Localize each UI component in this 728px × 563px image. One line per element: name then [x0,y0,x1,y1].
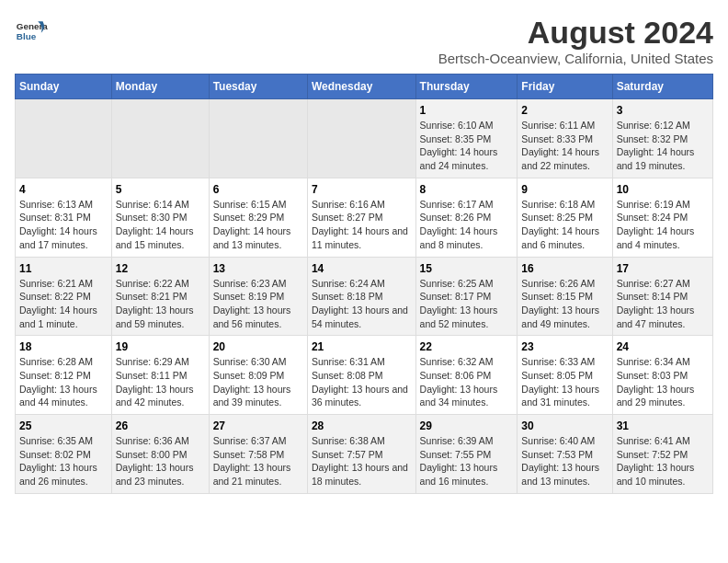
day-number: 8 [420,183,514,196]
day-number: 4 [19,183,108,196]
calendar-cell: 22Sunrise: 6:32 AMSunset: 8:06 PMDayligh… [415,336,518,415]
day-header-saturday: Saturday [612,75,712,99]
calendar-cell: 24Sunrise: 6:34 AMSunset: 8:03 PMDayligh… [612,336,712,415]
svg-text:Blue: Blue [17,31,37,41]
day-info: Sunrise: 6:15 AMSunset: 8:29 PMDaylight:… [213,198,303,252]
calendar-cell: 11Sunrise: 6:21 AMSunset: 8:22 PMDayligh… [16,257,112,336]
day-number: 20 [213,340,303,353]
logo-icon: General Blue [15,15,48,48]
calendar-cell: 8Sunrise: 6:17 AMSunset: 8:26 PMDaylight… [415,178,518,257]
logo: General Blue [15,15,48,48]
day-number: 22 [420,340,514,353]
day-info: Sunrise: 6:28 AMSunset: 8:12 PMDaylight:… [19,355,108,409]
calendar-cell: 20Sunrise: 6:30 AMSunset: 8:09 PMDayligh… [209,336,307,415]
calendar-cell [16,99,112,178]
day-number: 16 [521,262,608,275]
page-header: General Blue August 2024 Bertsch-Oceanvi… [15,15,713,66]
day-number: 21 [312,340,412,353]
day-header-friday: Friday [518,75,612,99]
day-number: 29 [420,419,514,432]
day-info: Sunrise: 6:35 AMSunset: 8:02 PMDaylight:… [19,434,108,488]
day-info: Sunrise: 6:24 AMSunset: 8:18 PMDaylight:… [312,277,412,331]
day-number: 10 [617,183,709,196]
day-info: Sunrise: 6:17 AMSunset: 8:26 PMDaylight:… [420,198,514,252]
day-info: Sunrise: 6:36 AMSunset: 8:00 PMDaylight:… [116,434,205,488]
calendar-cell [111,99,209,178]
calendar-cell: 14Sunrise: 6:24 AMSunset: 8:18 PMDayligh… [307,257,415,336]
calendar-cell: 18Sunrise: 6:28 AMSunset: 8:12 PMDayligh… [16,336,112,415]
day-number: 5 [116,183,205,196]
day-header-tuesday: Tuesday [209,75,307,99]
day-info: Sunrise: 6:32 AMSunset: 8:06 PMDaylight:… [420,355,514,409]
day-info: Sunrise: 6:21 AMSunset: 8:22 PMDaylight:… [19,277,108,331]
day-info: Sunrise: 6:19 AMSunset: 8:24 PMDaylight:… [617,198,709,252]
day-info: Sunrise: 6:18 AMSunset: 8:25 PMDaylight:… [521,198,608,252]
calendar-cell: 16Sunrise: 6:26 AMSunset: 8:15 PMDayligh… [518,257,612,336]
day-number: 18 [19,340,108,353]
day-number: 2 [521,104,608,117]
day-info: Sunrise: 6:11 AMSunset: 8:33 PMDaylight:… [521,119,608,173]
day-number: 9 [521,183,608,196]
calendar-cell: 25Sunrise: 6:35 AMSunset: 8:02 PMDayligh… [16,415,112,494]
day-header-thursday: Thursday [415,75,518,99]
day-info: Sunrise: 6:25 AMSunset: 8:17 PMDaylight:… [420,277,514,331]
day-number: 28 [312,419,412,432]
day-number: 31 [617,419,709,432]
day-info: Sunrise: 6:10 AMSunset: 8:35 PMDaylight:… [420,119,514,173]
day-info: Sunrise: 6:16 AMSunset: 8:27 PMDaylight:… [312,198,412,252]
day-info: Sunrise: 6:31 AMSunset: 8:08 PMDaylight:… [312,355,412,409]
day-number: 19 [116,340,205,353]
day-number: 7 [312,183,412,196]
subtitle: Bertsch-Oceanview, California, United St… [438,51,713,66]
day-number: 6 [213,183,303,196]
day-info: Sunrise: 6:30 AMSunset: 8:09 PMDaylight:… [213,355,303,409]
day-info: Sunrise: 6:27 AMSunset: 8:14 PMDaylight:… [617,277,709,331]
day-number: 26 [116,419,205,432]
day-number: 30 [521,419,608,432]
day-info: Sunrise: 6:38 AMSunset: 7:57 PMDaylight:… [312,434,412,488]
day-number: 1 [420,104,514,117]
title-area: August 2024 Bertsch-Oceanview, Californi… [438,15,713,66]
calendar-cell: 12Sunrise: 6:22 AMSunset: 8:21 PMDayligh… [111,257,209,336]
calendar-cell: 6Sunrise: 6:15 AMSunset: 8:29 PMDaylight… [209,178,307,257]
day-number: 23 [521,340,608,353]
day-info: Sunrise: 6:39 AMSunset: 7:55 PMDaylight:… [420,434,514,488]
calendar-week-1: 1Sunrise: 6:10 AMSunset: 8:35 PMDaylight… [16,99,713,178]
day-info: Sunrise: 6:14 AMSunset: 8:30 PMDaylight:… [116,198,205,252]
day-header-wednesday: Wednesday [307,75,415,99]
day-number: 15 [420,262,514,275]
day-number: 11 [19,262,108,275]
day-info: Sunrise: 6:40 AMSunset: 7:53 PMDaylight:… [521,434,608,488]
day-info: Sunrise: 6:13 AMSunset: 8:31 PMDaylight:… [19,198,108,252]
calendar-cell: 19Sunrise: 6:29 AMSunset: 8:11 PMDayligh… [111,336,209,415]
day-number: 3 [617,104,709,117]
calendar-cell: 4Sunrise: 6:13 AMSunset: 8:31 PMDaylight… [16,178,112,257]
day-info: Sunrise: 6:37 AMSunset: 7:58 PMDaylight:… [213,434,303,488]
calendar-cell: 29Sunrise: 6:39 AMSunset: 7:55 PMDayligh… [415,415,518,494]
calendar-cell: 30Sunrise: 6:40 AMSunset: 7:53 PMDayligh… [518,415,612,494]
day-info: Sunrise: 6:29 AMSunset: 8:11 PMDaylight:… [116,355,205,409]
calendar-cell: 26Sunrise: 6:36 AMSunset: 8:00 PMDayligh… [111,415,209,494]
day-header-monday: Monday [111,75,209,99]
day-number: 14 [312,262,412,275]
calendar-cell: 1Sunrise: 6:10 AMSunset: 8:35 PMDaylight… [415,99,518,178]
calendar-cell: 10Sunrise: 6:19 AMSunset: 8:24 PMDayligh… [612,178,712,257]
day-info: Sunrise: 6:22 AMSunset: 8:21 PMDaylight:… [116,277,205,331]
calendar-week-4: 18Sunrise: 6:28 AMSunset: 8:12 PMDayligh… [16,336,713,415]
day-number: 27 [213,419,303,432]
day-number: 12 [116,262,205,275]
day-header-sunday: Sunday [16,75,112,99]
calendar-table: SundayMondayTuesdayWednesdayThursdayFrid… [15,74,713,494]
calendar-cell: 2Sunrise: 6:11 AMSunset: 8:33 PMDaylight… [518,99,612,178]
calendar-cell: 13Sunrise: 6:23 AMSunset: 8:19 PMDayligh… [209,257,307,336]
day-info: Sunrise: 6:23 AMSunset: 8:19 PMDaylight:… [213,277,303,331]
calendar-week-2: 4Sunrise: 6:13 AMSunset: 8:31 PMDaylight… [16,178,713,257]
day-info: Sunrise: 6:12 AMSunset: 8:32 PMDaylight:… [617,119,709,173]
main-title: August 2024 [438,15,713,51]
calendar-cell: 5Sunrise: 6:14 AMSunset: 8:30 PMDaylight… [111,178,209,257]
day-number: 25 [19,419,108,432]
day-number: 17 [617,262,709,275]
calendar-week-3: 11Sunrise: 6:21 AMSunset: 8:22 PMDayligh… [16,257,713,336]
day-number: 24 [617,340,709,353]
calendar-cell: 27Sunrise: 6:37 AMSunset: 7:58 PMDayligh… [209,415,307,494]
